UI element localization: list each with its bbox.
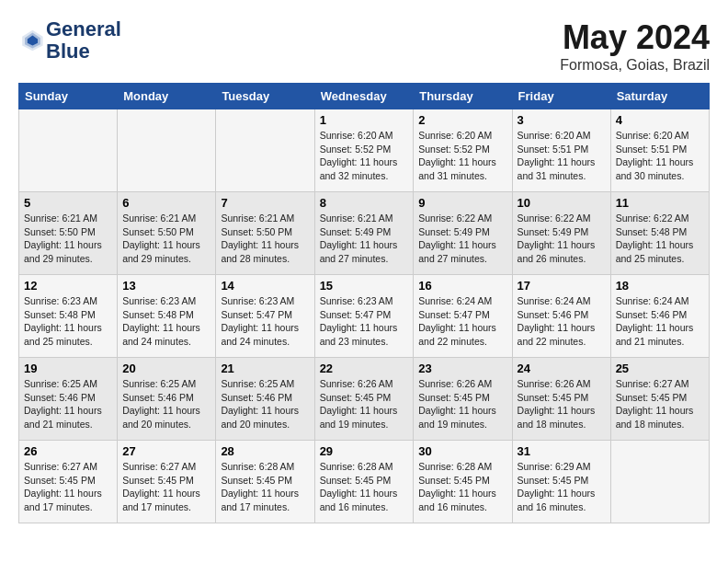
day-info: Sunrise: 6:28 AM Sunset: 5:45 PM Dayligh… (320, 460, 409, 514)
day-info: Sunrise: 6:22 AM Sunset: 5:48 PM Dayligh… (616, 212, 704, 266)
subtitle: Formosa, Goias, Brazil (560, 57, 710, 74)
weekday-header-friday: Friday (512, 84, 610, 109)
day-number: 25 (616, 362, 704, 375)
calendar-cell: 15Sunrise: 6:23 AM Sunset: 5:47 PM Dayli… (314, 275, 414, 358)
weekday-row: SundayMondayTuesdayWednesdayThursdayFrid… (19, 84, 710, 109)
calendar-cell: 3Sunrise: 6:20 AM Sunset: 5:51 PM Daylig… (512, 109, 610, 192)
day-info: Sunrise: 6:28 AM Sunset: 5:45 PM Dayligh… (221, 460, 309, 514)
calendar-cell: 25Sunrise: 6:27 AM Sunset: 5:45 PM Dayli… (610, 358, 709, 441)
day-info: Sunrise: 6:23 AM Sunset: 5:47 PM Dayligh… (221, 294, 309, 349)
day-number: 24 (518, 362, 606, 375)
day-number: 29 (320, 444, 409, 458)
day-info: Sunrise: 6:22 AM Sunset: 5:49 PM Dayligh… (418, 212, 506, 266)
day-info: Sunrise: 6:21 AM Sunset: 5:49 PM Dayligh… (320, 212, 409, 266)
calendar-cell: 7Sunrise: 6:21 AM Sunset: 5:50 PM Daylig… (216, 192, 314, 275)
calendar-header: SundayMondayTuesdayWednesdayThursdayFrid… (19, 84, 710, 109)
day-info: Sunrise: 6:21 AM Sunset: 5:50 PM Dayligh… (221, 212, 309, 266)
calendar-week-row: 1Sunrise: 6:20 AM Sunset: 5:52 PM Daylig… (19, 109, 710, 192)
day-number: 6 (122, 196, 210, 210)
day-number: 3 (518, 113, 606, 127)
day-number: 20 (122, 362, 210, 375)
calendar-cell: 14Sunrise: 6:23 AM Sunset: 5:47 PM Dayli… (216, 275, 314, 358)
day-info: Sunrise: 6:27 AM Sunset: 5:45 PM Dayligh… (122, 460, 210, 514)
calendar-cell: 12Sunrise: 6:23 AM Sunset: 5:48 PM Dayli… (19, 275, 118, 358)
calendar-cell: 22Sunrise: 6:26 AM Sunset: 5:45 PM Dayli… (314, 358, 414, 441)
day-info: Sunrise: 6:28 AM Sunset: 5:45 PM Dayligh… (418, 460, 506, 514)
day-info: Sunrise: 6:20 AM Sunset: 5:51 PM Dayligh… (616, 129, 704, 183)
day-number: 4 (616, 113, 704, 127)
day-number: 28 (221, 444, 309, 458)
day-info: Sunrise: 6:20 AM Sunset: 5:51 PM Dayligh… (518, 129, 606, 183)
day-info: Sunrise: 6:20 AM Sunset: 5:52 PM Dayligh… (320, 129, 409, 183)
weekday-header-wednesday: Wednesday (314, 84, 414, 109)
calendar-cell: 4Sunrise: 6:20 AM Sunset: 5:51 PM Daylig… (610, 109, 709, 192)
calendar-cell: 10Sunrise: 6:22 AM Sunset: 5:49 PM Dayli… (512, 192, 610, 275)
calendar-cell (118, 109, 216, 192)
calendar-cell: 30Sunrise: 6:28 AM Sunset: 5:45 PM Dayli… (414, 441, 512, 523)
calendar-cell: 9Sunrise: 6:22 AM Sunset: 5:49 PM Daylig… (414, 192, 512, 275)
day-info: Sunrise: 6:23 AM Sunset: 5:47 PM Dayligh… (320, 294, 409, 349)
calendar-body: 1Sunrise: 6:20 AM Sunset: 5:52 PM Daylig… (19, 109, 710, 523)
calendar-cell: 1Sunrise: 6:20 AM Sunset: 5:52 PM Daylig… (314, 109, 414, 192)
calendar-cell: 29Sunrise: 6:28 AM Sunset: 5:45 PM Dayli… (314, 441, 414, 523)
calendar-cell: 24Sunrise: 6:26 AM Sunset: 5:45 PM Dayli… (512, 358, 610, 441)
calendar-cell: 19Sunrise: 6:25 AM Sunset: 5:46 PM Dayli… (19, 358, 118, 441)
calendar-cell: 2Sunrise: 6:20 AM Sunset: 5:52 PM Daylig… (414, 109, 512, 192)
day-number: 19 (24, 362, 112, 375)
day-number: 9 (418, 196, 506, 210)
calendar-week-row: 26Sunrise: 6:27 AM Sunset: 5:45 PM Dayli… (19, 441, 710, 523)
weekday-header-tuesday: Tuesday (216, 84, 314, 109)
day-number: 8 (320, 196, 409, 210)
calendar-cell: 31Sunrise: 6:29 AM Sunset: 5:45 PM Dayli… (512, 441, 610, 523)
day-info: Sunrise: 6:27 AM Sunset: 5:45 PM Dayligh… (616, 377, 704, 431)
day-number: 14 (221, 279, 309, 293)
weekday-header-monday: Monday (118, 84, 216, 109)
day-number: 27 (122, 444, 210, 458)
day-number: 11 (616, 196, 704, 210)
day-number: 16 (418, 279, 506, 293)
day-info: Sunrise: 6:20 AM Sunset: 5:52 PM Dayligh… (418, 129, 506, 183)
day-number: 1 (320, 113, 409, 127)
day-number: 18 (616, 279, 704, 293)
calendar-cell: 17Sunrise: 6:24 AM Sunset: 5:46 PM Dayli… (512, 275, 610, 358)
day-number: 13 (122, 279, 210, 293)
logo-line1: General (46, 18, 121, 40)
day-number: 23 (418, 362, 506, 375)
logo: General Blue (18, 18, 121, 63)
calendar-cell: 11Sunrise: 6:22 AM Sunset: 5:48 PM Dayli… (610, 192, 709, 275)
day-number: 30 (418, 444, 506, 458)
day-number: 17 (518, 279, 606, 293)
weekday-header-thursday: Thursday (414, 84, 512, 109)
calendar-cell: 18Sunrise: 6:24 AM Sunset: 5:46 PM Dayli… (610, 275, 709, 358)
calendar-cell: 6Sunrise: 6:21 AM Sunset: 5:50 PM Daylig… (118, 192, 216, 275)
day-number: 22 (320, 362, 409, 375)
logo-text: General Blue (46, 18, 121, 63)
calendar-cell: 23Sunrise: 6:26 AM Sunset: 5:45 PM Dayli… (414, 358, 512, 441)
calendar-cell (19, 109, 118, 192)
weekday-header-saturday: Saturday (610, 84, 709, 109)
calendar-cell (610, 441, 709, 523)
title-block: May 2024 Formosa, Goias, Brazil (560, 18, 710, 74)
day-info: Sunrise: 6:26 AM Sunset: 5:45 PM Dayligh… (518, 377, 606, 431)
page-header: General Blue May 2024 Formosa, Goias, Br… (18, 18, 710, 74)
logo-line2: Blue (46, 40, 121, 63)
day-info: Sunrise: 6:23 AM Sunset: 5:48 PM Dayligh… (122, 294, 210, 349)
calendar-week-row: 5Sunrise: 6:21 AM Sunset: 5:50 PM Daylig… (19, 192, 710, 275)
calendar-cell: 5Sunrise: 6:21 AM Sunset: 5:50 PM Daylig… (19, 192, 118, 275)
weekday-header-sunday: Sunday (19, 84, 118, 109)
day-number: 12 (24, 279, 112, 293)
day-info: Sunrise: 6:26 AM Sunset: 5:45 PM Dayligh… (320, 377, 409, 431)
day-info: Sunrise: 6:25 AM Sunset: 5:46 PM Dayligh… (122, 377, 210, 431)
day-info: Sunrise: 6:25 AM Sunset: 5:46 PM Dayligh… (24, 377, 112, 431)
calendar-table: SundayMondayTuesdayWednesdayThursdayFrid… (18, 83, 710, 523)
calendar-cell: 27Sunrise: 6:27 AM Sunset: 5:45 PM Dayli… (118, 441, 216, 523)
day-number: 26 (24, 444, 112, 458)
calendar-week-row: 12Sunrise: 6:23 AM Sunset: 5:48 PM Dayli… (19, 275, 710, 358)
calendar-cell: 16Sunrise: 6:24 AM Sunset: 5:47 PM Dayli… (414, 275, 512, 358)
day-info: Sunrise: 6:22 AM Sunset: 5:49 PM Dayligh… (518, 212, 606, 266)
day-info: Sunrise: 6:23 AM Sunset: 5:48 PM Dayligh… (24, 294, 112, 349)
day-number: 15 (320, 279, 409, 293)
day-number: 2 (418, 113, 506, 127)
day-number: 31 (518, 444, 606, 458)
day-number: 7 (221, 196, 309, 210)
